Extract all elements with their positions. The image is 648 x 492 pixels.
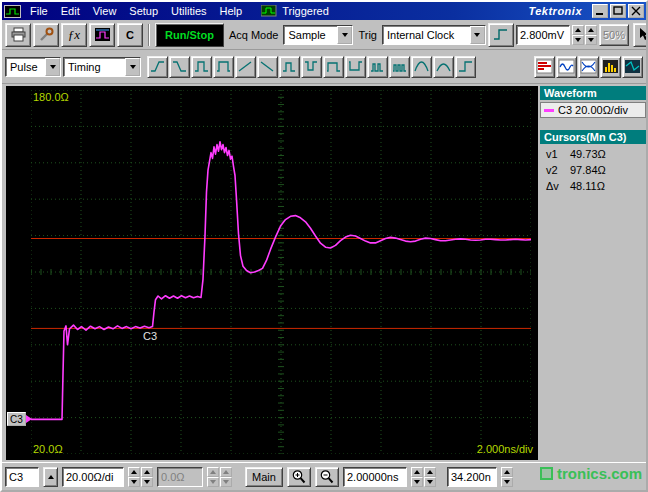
trigger-source-select[interactable]: Internal Clock [382, 25, 486, 45]
vertical-offset-value: 0.0Ω [161, 471, 185, 483]
horizontal-position-spinner[interactable] [501, 467, 513, 487]
readout-value: 49.73Ω [570, 148, 606, 160]
waveform-display-button[interactable] [89, 23, 115, 47]
up-arrow-icon [131, 470, 137, 474]
readout-label: v2 [546, 164, 570, 176]
main-timebase-button[interactable]: Main [245, 467, 283, 487]
pulse-type-dropdown-button[interactable] [45, 58, 60, 76]
up-arrow-icon [210, 470, 216, 474]
trigger-level-field[interactable]: 2.800mV [516, 25, 570, 45]
channel-field[interactable]: C3 [5, 467, 39, 487]
pulse-type-select[interactable]: Pulse [5, 57, 61, 77]
menu-utilities[interactable]: Utilities [165, 4, 212, 18]
spin-up-button [207, 467, 219, 477]
run-stop-button[interactable]: Run/Stop [155, 23, 224, 47]
pulse-pos-button[interactable] [191, 56, 212, 78]
horizontal-position-value: 34.200n [451, 471, 491, 483]
zoom-in-button[interactable] [287, 467, 311, 487]
minimize-icon [594, 6, 606, 16]
pulse-up-button[interactable] [279, 56, 300, 78]
spin-down-button[interactable] [501, 477, 513, 487]
gauss-pulse-button[interactable] [411, 56, 432, 78]
waveform-display-area[interactable]: C3 180.0Ω 20.0Ω 2.000ns/div C3 [6, 86, 538, 460]
edge-rise-button[interactable] [147, 56, 168, 78]
spin-up-button[interactable] [411, 467, 423, 477]
menu-setup[interactable]: Setup [123, 4, 164, 18]
double-pulse-button[interactable] [367, 56, 388, 78]
edge-fall-icon [171, 59, 188, 74]
eye-diagram-button[interactable] [578, 56, 599, 78]
spin-down-button[interactable] [411, 477, 423, 487]
spin-down-fine-button[interactable] [585, 35, 597, 45]
main-timebase-label: Main [252, 471, 276, 483]
horizontal-scale-spinner[interactable] [411, 467, 436, 487]
readout-label: v1 [546, 148, 570, 160]
waveform-entry[interactable]: C3 20.00Ω/div [540, 102, 646, 118]
menu-view[interactable]: View [87, 4, 123, 18]
spin-up-fine-button[interactable] [141, 467, 153, 477]
step-pulse-button[interactable] [455, 56, 476, 78]
waveform-display-icon [94, 27, 111, 42]
vertical-scale-field[interactable]: 20.00Ω/di [62, 467, 124, 487]
trigger-level-spinner[interactable] [572, 25, 597, 45]
print-button[interactable] [5, 23, 31, 47]
histogram-red-icon [536, 59, 553, 74]
spin-up-button[interactable] [128, 467, 140, 477]
waveform-blue-button[interactable] [556, 56, 577, 78]
trigger-source-dropdown-button[interactable] [470, 26, 485, 44]
up-arrow-icon [223, 470, 229, 474]
trigger-slope-button[interactable] [488, 23, 514, 47]
spin-down-fine-button[interactable] [424, 477, 436, 487]
vertical-scale-spinner[interactable] [128, 467, 153, 487]
maximize-button[interactable] [610, 4, 626, 18]
compensation-button[interactable]: C [117, 23, 143, 47]
pulse-train-button[interactable] [389, 56, 410, 78]
down-arrow-icon [575, 38, 581, 42]
horizontal-position-field[interactable]: 34.200n [447, 467, 497, 487]
menu-help[interactable]: Help [214, 4, 249, 18]
acq-mode-dropdown-button[interactable] [337, 26, 352, 44]
histogram-red-button[interactable] [534, 56, 555, 78]
measure-mode-select[interactable]: Timing [63, 57, 141, 77]
horizontal-scale-field[interactable]: 2.00000ns [343, 467, 407, 487]
pulse-down-wide-button[interactable] [345, 56, 366, 78]
eye-diagram-icon [580, 59, 597, 74]
spin-down-button[interactable] [128, 477, 140, 487]
ramp-rise-button[interactable] [235, 56, 256, 78]
acq-mode-select[interactable]: Sample [283, 25, 353, 45]
gauss-wide-button[interactable] [433, 56, 454, 78]
pulse-down-button[interactable] [301, 56, 322, 78]
waveform-panel-header: Waveform [540, 86, 646, 100]
spin-up-button[interactable] [501, 467, 513, 477]
edge-fall-button[interactable] [169, 56, 190, 78]
channel-reference-marker[interactable]: C3 [7, 412, 32, 426]
spin-down-button[interactable] [572, 35, 584, 45]
minimize-button[interactable] [592, 4, 608, 18]
pulse-up-wide-button[interactable] [323, 56, 344, 78]
zoom-out-button[interactable] [315, 467, 339, 487]
channel-flyout-button[interactable] [43, 467, 58, 487]
ramp-fall-button[interactable] [257, 56, 278, 78]
formula-button[interactable]: ƒx [61, 23, 87, 47]
graticule[interactable]: C3 [31, 90, 531, 454]
pulse-pos-wide-button[interactable] [213, 56, 234, 78]
waveform-blue-icon [558, 59, 575, 74]
close-icon [630, 6, 642, 16]
spin-up-fine-button[interactable] [585, 25, 597, 35]
help-pointer-button[interactable]: ? [633, 23, 648, 47]
measure-mode-dropdown-button[interactable] [125, 58, 140, 76]
spin-down-fine-button[interactable] [141, 477, 153, 487]
down-arrow-icon [131, 480, 137, 484]
spin-up-fine-button[interactable] [424, 467, 436, 477]
main-toolbar: ƒx C Run/Stop Acq Mode Sample Trig Inter… [2, 20, 646, 50]
mask-test-button[interactable] [622, 56, 643, 78]
close-button[interactable] [628, 4, 644, 18]
histogram-yellow-button[interactable] [600, 56, 621, 78]
spin-up-button[interactable] [572, 25, 584, 35]
pulse-down-wide-icon [347, 59, 364, 74]
trigger-level-value: 2.800mV [520, 29, 564, 41]
menu-file[interactable]: File [24, 4, 54, 18]
tools-button[interactable] [33, 23, 59, 47]
menu-edit[interactable]: Edit [55, 4, 86, 18]
channel-marker-label: C3 [7, 412, 26, 426]
